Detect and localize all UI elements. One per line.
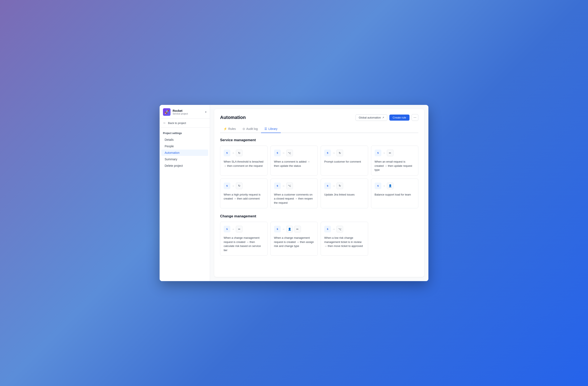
pencil-icon: ✏	[389, 152, 391, 154]
back-to-project-link[interactable]: ← Back to project	[160, 118, 210, 128]
trigger-icon-box	[224, 183, 230, 189]
bolt-icon	[226, 228, 229, 231]
trigger-icon-box	[274, 183, 281, 189]
more-dots-icon: ···	[414, 116, 416, 119]
card-icons: → ↻	[224, 150, 264, 156]
rule-card-text: Balance support load for team	[375, 193, 415, 197]
sidebar-item-automation[interactable]: Automation	[161, 150, 208, 156]
svg-marker-1	[276, 152, 278, 154]
branch-icon: ⌥	[288, 184, 291, 187]
service-management-grid: → ↻ When SLA threshold is breached → the…	[220, 146, 418, 208]
tab-library-label: Library	[268, 127, 277, 131]
person-icon: 👤	[288, 228, 291, 231]
sidebar: 🚀 Rocket Service project ▾ ← Back to pro…	[160, 105, 210, 281]
rule-card-comment-added[interactable]: → ⌥ When a comment is added → then updat…	[271, 146, 318, 175]
svg-marker-3	[377, 152, 379, 154]
trigger-icon-box	[324, 226, 331, 232]
rule-card-low-risk-review[interactable]: → ⌥ When a low risk change management ti…	[321, 222, 368, 256]
trigger-icon-box	[324, 183, 331, 189]
rule-card-text: When a high priority request is created …	[224, 193, 264, 201]
rule-card-text: When SLA threshold is breached → then co…	[224, 160, 264, 168]
arrow-icon: →	[282, 151, 285, 154]
rule-card-change-risk[interactable]: → ✏ When a change management request is …	[220, 222, 268, 256]
global-automation-button[interactable]: Global automation ↗	[356, 114, 387, 121]
sidebar-item-delete-project[interactable]: Delete project	[161, 163, 208, 169]
svg-marker-10	[327, 228, 328, 230]
tab-library[interactable]: ☰ Library	[261, 125, 281, 133]
arrow-icon: →	[383, 151, 386, 154]
rule-card-change-assign[interactable]: → 👤 ✏ When a change management request i…	[271, 222, 318, 256]
rule-card-text: Update Jira linked issues	[324, 193, 365, 197]
card-icons: → ✏	[224, 226, 264, 232]
main-content: Automation Global automation ↗ Create ru…	[210, 105, 428, 281]
change-management-title: Change management	[220, 214, 418, 218]
arrow-icon: →	[232, 227, 234, 231]
project-avatar: 🚀	[163, 108, 170, 116]
action-icon-box: ⌥	[286, 183, 293, 189]
project-name: Rocket	[173, 109, 203, 113]
rule-card-text: When an email request is created → then …	[375, 160, 415, 172]
service-management-title: Service management	[220, 138, 418, 142]
rule-card-balance-support[interactable]: → 👤 Balance support load for team	[371, 178, 419, 209]
more-options-button[interactable]: ···	[412, 114, 418, 121]
arrow-icon: →	[332, 151, 335, 154]
branch-icon: ⌥	[338, 228, 341, 231]
rule-card-sla-threshold[interactable]: → ↻ When SLA threshold is breached → the…	[220, 146, 268, 175]
action-icon-box: ⌥	[286, 150, 293, 156]
sidebar-item-people[interactable]: People	[161, 143, 208, 149]
rules-icon: ⚡	[223, 127, 227, 131]
rule-card-customer-closed[interactable]: → ⌥ When a customer comments on a closed…	[271, 178, 318, 209]
sidebar-item-summary[interactable]: Summary	[161, 156, 208, 162]
arrow-icon: →	[383, 184, 386, 188]
action-icon-box: ↻	[236, 150, 243, 156]
trigger-icon-box	[274, 226, 281, 232]
trigger-icon-box	[324, 150, 331, 156]
action-icon-box-person: 👤	[286, 226, 293, 232]
refresh-icon: ↻	[339, 184, 341, 187]
svg-marker-7	[377, 185, 379, 187]
trigger-icon-box	[224, 150, 230, 156]
sidebar-header: 🚀 Rocket Service project ▾	[160, 105, 210, 118]
external-link-icon: ↗	[382, 116, 384, 119]
project-text: Rocket Service project	[173, 109, 203, 115]
bolt-icon	[326, 228, 329, 231]
refresh-icon: ↻	[339, 152, 341, 154]
action-icon-box: ✏	[387, 150, 394, 156]
svg-marker-6	[327, 185, 328, 187]
global-automation-label: Global automation	[359, 116, 381, 119]
tab-rules[interactable]: ⚡ Rules	[220, 125, 239, 133]
action-icon-box: ↻	[336, 150, 343, 156]
tab-audit-log-label: Audit log	[246, 127, 258, 131]
rule-card-jira-linked[interactable]: → ↻ Update Jira linked issues	[321, 178, 368, 209]
svg-marker-8	[226, 228, 228, 230]
tabs: ⚡ Rules ⊙ Audit log ☰ Library	[220, 125, 418, 133]
library-icon: ☰	[264, 127, 267, 131]
sidebar-item-details[interactable]: Details	[161, 136, 208, 143]
bolt-icon	[326, 152, 329, 154]
tab-rules-label: Rules	[228, 127, 236, 131]
chevron-down-icon: ▾	[205, 111, 207, 114]
rule-card-prompt-customer[interactable]: → ↻ Prompt customer for comment	[321, 146, 368, 175]
trigger-icon-box	[274, 150, 281, 156]
create-rule-button[interactable]: Create rule	[389, 115, 410, 121]
pencil-icon: ✏	[296, 228, 299, 231]
project-info[interactable]: 🚀 Rocket Service project ▾	[163, 108, 207, 116]
rule-card-email-request[interactable]: → ✏ When an email request is created → t…	[371, 146, 419, 175]
rocket-icon: 🚀	[165, 110, 169, 114]
action-icon-box: ↻	[236, 183, 243, 189]
rule-card-text: When a change management request is crea…	[224, 236, 264, 252]
audit-log-icon: ⊙	[243, 127, 245, 131]
pencil-icon: ✏	[238, 228, 240, 231]
card-icons: → ↻	[224, 183, 264, 189]
bolt-icon	[326, 184, 329, 187]
branch-icon: ⌥	[288, 152, 291, 154]
trigger-icon-box	[224, 226, 230, 232]
tab-audit-log[interactable]: ⊙ Audit log	[239, 125, 261, 133]
card-icons: → ↻	[324, 183, 365, 189]
arrow-icon: →	[282, 184, 285, 188]
svg-marker-0	[226, 152, 228, 154]
back-arrow-icon: ←	[163, 121, 166, 125]
rule-card-high-priority[interactable]: → ↻ When a high priority request is crea…	[220, 178, 268, 209]
rule-card-text: When a comment is added → then update th…	[274, 160, 314, 168]
page-title: Automation	[220, 115, 246, 120]
